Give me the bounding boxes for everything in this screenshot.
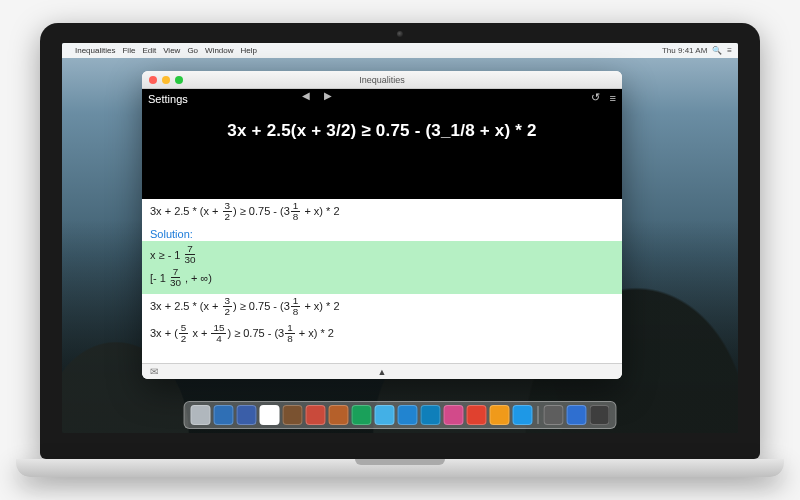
- hamburger-menu-icon[interactable]: ≡: [610, 92, 616, 104]
- menubar-status: Thu 9:41 AM 🔍 ≡: [662, 46, 732, 55]
- menu-help[interactable]: Help: [241, 46, 257, 55]
- step-input: 3x + 2.5 * (x + 32) ≥ 0.75 - (318 + x) *…: [142, 199, 622, 226]
- window-footer: ✉ ▲: [142, 363, 622, 379]
- dock-app-15[interactable]: [544, 405, 564, 425]
- screen-bezel: Inequalities File Edit View Go Window He…: [40, 23, 760, 459]
- dock: [184, 401, 617, 429]
- app-toolbar: Settings ◀ ▶ ↺ ≡: [142, 89, 622, 109]
- inequalities-window: Inequalities Settings ◀ ▶ ↺ ≡: [142, 71, 622, 379]
- minimize-button[interactable]: [162, 76, 170, 84]
- menu-go[interactable]: Go: [187, 46, 198, 55]
- dock-app-3[interactable]: [260, 405, 280, 425]
- menu-view[interactable]: View: [163, 46, 180, 55]
- window-title: Inequalities: [142, 75, 622, 85]
- dock-app-0[interactable]: [191, 405, 211, 425]
- dock-app-4[interactable]: [283, 405, 303, 425]
- menu-app[interactable]: Inequalities: [75, 46, 115, 55]
- expand-up-icon[interactable]: ▲: [378, 367, 387, 377]
- dock-app-17[interactable]: [590, 405, 610, 425]
- desktop: Inequalities File Edit View Go Window He…: [62, 43, 738, 433]
- dock-app-2[interactable]: [237, 405, 257, 425]
- dock-app-6[interactable]: [329, 405, 349, 425]
- dock-app-1[interactable]: [214, 405, 234, 425]
- notification-center-icon[interactable]: ≡: [727, 46, 732, 55]
- laptop-frame: Inequalities File Edit View Go Window He…: [40, 23, 760, 477]
- dock-app-13[interactable]: [490, 405, 510, 425]
- mac-menubar: Inequalities File Edit View Go Window He…: [62, 43, 738, 58]
- equation-display: 3x + 2.5(x + 3/2) ≥ 0.75 - (3_1/8 + x) *…: [142, 121, 622, 141]
- settings-button[interactable]: Settings: [148, 93, 188, 105]
- dock-separator: [538, 406, 539, 424]
- dock-app-7[interactable]: [352, 405, 372, 425]
- dock-app-16[interactable]: [567, 405, 587, 425]
- zoom-button[interactable]: [175, 76, 183, 84]
- dock-app-11[interactable]: [444, 405, 464, 425]
- window-titlebar[interactable]: Inequalities: [142, 71, 622, 89]
- clock: Thu 9:41 AM: [662, 46, 707, 55]
- menu-window[interactable]: Window: [205, 46, 233, 55]
- undo-icon[interactable]: ↺: [591, 91, 600, 104]
- dock-app-10[interactable]: [421, 405, 441, 425]
- solution-block: x ≥ - 1730 [- 1730, + ∞): [142, 241, 622, 295]
- menu-file[interactable]: File: [122, 46, 135, 55]
- step-repeat: 3x + 2.5 * (x + 32) ≥ 0.75 - (318 + x) *…: [142, 294, 622, 321]
- close-button[interactable]: [149, 76, 157, 84]
- step-expand: 3x + (52 x + 154) ≥ 0.75 - (318 + x) * 2: [142, 321, 622, 348]
- camera: [397, 31, 403, 37]
- dock-app-9[interactable]: [398, 405, 418, 425]
- dock-app-5[interactable]: [306, 405, 326, 425]
- mail-icon[interactable]: ✉: [150, 366, 158, 377]
- solution-inequality: x ≥ - 1730: [150, 244, 614, 267]
- dock-app-8[interactable]: [375, 405, 395, 425]
- laptop-base: [16, 459, 784, 477]
- solution-steps-area[interactable]: 3x + 2.5 * (x + 32) ≥ 0.75 - (318 + x) *…: [142, 199, 622, 363]
- dock-app-14[interactable]: [513, 405, 533, 425]
- solution-label: Solution:: [142, 226, 622, 241]
- traffic-lights: [149, 76, 183, 84]
- forward-icon[interactable]: ▶: [324, 90, 332, 101]
- back-icon[interactable]: ◀: [302, 90, 310, 101]
- dock-app-12[interactable]: [467, 405, 487, 425]
- spotlight-icon[interactable]: 🔍: [712, 46, 722, 55]
- equation-display-panel: Settings ◀ ▶ ↺ ≡ 3x + 2.5(x + 3/2) ≥ 0.7…: [142, 89, 622, 199]
- solution-interval: [- 1730, + ∞): [150, 267, 614, 290]
- menu-edit[interactable]: Edit: [142, 46, 156, 55]
